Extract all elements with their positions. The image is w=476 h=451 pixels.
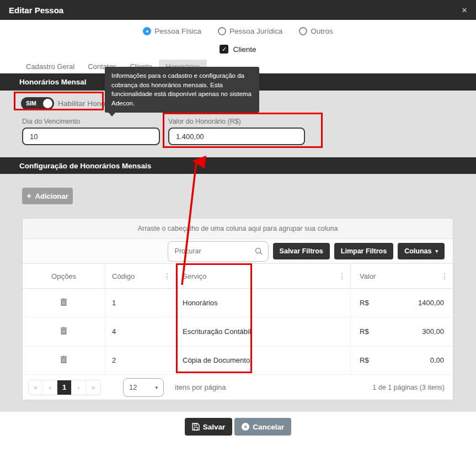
cancel-button-label: Cancelar <box>253 423 284 431</box>
row-options-cell <box>23 317 105 346</box>
delete-icon[interactable] <box>59 326 68 338</box>
section-header-configuracao: Configuração de Honorários Mensais <box>0 157 476 174</box>
currency-label: R$ <box>360 327 369 336</box>
page-1-button[interactable]: 1 <box>57 380 72 395</box>
page-size-dropdown[interactable]: 12 ▾ <box>123 378 164 397</box>
row-value-cell: R$ 1400,00 <box>351 289 453 317</box>
search-wrap <box>168 241 269 262</box>
prev-page-button[interactable]: ‹ <box>43 380 57 395</box>
row-service-cell: Escrituração Contábil <box>176 317 351 346</box>
table-row: 4 Escrituração Contábil R$ 300,00 <box>23 317 453 346</box>
value-amount: 1400,00 <box>418 299 444 307</box>
tooltip-caret <box>108 112 116 116</box>
pagination-nav: « ‹ 1 › » <box>28 380 101 395</box>
floppy-disk-icon <box>192 423 200 431</box>
modal-title: Editar Pessoa <box>9 6 63 15</box>
column-header-codigo[interactable]: Código ⋮ <box>105 264 176 288</box>
radio-pessoa-juridica[interactable]: Pessoa Jurídica <box>218 27 282 35</box>
add-button[interactable]: + Adicionar <box>22 188 73 204</box>
column-label: Opções <box>51 272 76 280</box>
row-options-cell <box>23 289 105 317</box>
cancel-button[interactable]: × Cancelar <box>234 418 291 436</box>
tab-cadastro-geral[interactable]: Cadastro Geral <box>19 60 81 73</box>
radio-label: Pessoa Física <box>154 27 201 35</box>
radio-unselected-icon <box>218 27 226 35</box>
toggle-state-label: SIM <box>26 100 36 107</box>
column-label: Valor <box>360 272 376 280</box>
clear-filters-button[interactable]: Limpar Filtros <box>334 243 393 259</box>
code-value: 4 <box>112 327 116 336</box>
page-size-value: 12 <box>129 383 137 391</box>
service-value: Honorários <box>183 299 218 307</box>
next-page-button[interactable]: › <box>72 380 86 395</box>
value-amount: 0,00 <box>430 356 444 364</box>
delete-icon[interactable] <box>59 354 68 367</box>
code-value: 2 <box>112 356 116 364</box>
person-type-radio-group: Pessoa Física Pessoa Jurídica Outros <box>0 27 476 35</box>
fees-table: Arraste o cabeçalho de uma coluna aqui p… <box>22 218 453 400</box>
checkbox-checked-icon[interactable]: ✓ <box>220 45 228 54</box>
service-value: Escrituração Contábil <box>183 327 251 336</box>
code-value: 1 <box>112 299 116 307</box>
fee-fields-row: Dia do Vencimento Valor do Honorário (R$… <box>22 118 476 145</box>
due-day-field: Dia do Vencimento <box>22 118 160 145</box>
honorarios-panel: Honorários Mensal SIM Habilitar Honorári… <box>0 73 476 412</box>
radio-label: Outros <box>311 27 333 35</box>
column-label: Serviço <box>183 272 206 280</box>
row-service-cell: Honorários <box>176 289 351 317</box>
plus-icon: + <box>26 192 31 200</box>
column-header-servico[interactable]: Serviço ⋮ <box>176 264 351 288</box>
tooltip: Informações para o cadastro e configuraç… <box>105 67 259 113</box>
column-menu-icon[interactable]: ⋮ <box>441 272 448 280</box>
service-value: Cópia de Documento <box>183 356 250 364</box>
cancel-circle-icon: × <box>242 423 249 431</box>
column-menu-icon[interactable]: ⋮ <box>338 272 346 280</box>
due-day-label: Dia do Vencimento <box>22 118 160 125</box>
checkbox-label: Cliente <box>233 45 256 54</box>
edit-person-modal: Editar Pessoa × Pessoa Física Pessoa Jur… <box>0 0 476 451</box>
fee-value-field: Valor do Honorário (R$) <box>168 118 305 145</box>
tooltip-text: Informações para o cadastro e configuraç… <box>111 72 252 107</box>
honorarios-toggle[interactable]: SIM <box>21 97 54 110</box>
table-row: 1 Honorários R$ 1400,00 <box>23 289 453 317</box>
column-menu-icon[interactable]: ⋮ <box>163 272 171 280</box>
row-code-cell: 2 <box>105 346 176 374</box>
radio-outros[interactable]: Outros <box>299 27 333 35</box>
fee-value-input[interactable] <box>168 128 305 145</box>
value-amount: 300,00 <box>422 327 444 336</box>
chevron-down-icon: ▾ <box>155 385 158 390</box>
currency-label: R$ <box>360 356 369 364</box>
radio-pessoa-fisica[interactable]: Pessoa Física <box>143 27 201 35</box>
section-title: Honorários Mensal <box>19 78 87 86</box>
add-button-label: Adicionar <box>35 192 68 200</box>
radio-selected-icon <box>143 27 151 35</box>
search-icon <box>254 247 263 258</box>
row-value-cell: R$ 0,00 <box>351 346 453 374</box>
last-page-button[interactable]: » <box>86 380 100 395</box>
currency-label: R$ <box>360 299 369 307</box>
cliente-checkbox-row: ✓ Cliente <box>0 45 476 54</box>
column-header-valor[interactable]: Valor ⋮ <box>351 264 453 288</box>
close-icon[interactable]: × <box>462 6 467 15</box>
fee-value-label: Valor do Honorário (R$) <box>168 118 305 125</box>
group-by-dropzone[interactable]: Arraste o cabeçalho de uma coluna aqui p… <box>23 219 453 239</box>
column-label: Código <box>112 272 135 280</box>
chevron-down-icon: ▾ <box>435 248 438 254</box>
radio-unselected-icon <box>299 27 307 35</box>
group-hint-text: Arraste o cabeçalho de uma coluna aqui p… <box>138 225 338 232</box>
row-code-cell: 1 <box>105 289 176 317</box>
table-header-row: Opções Código ⋮ Serviço ⋮ Valor ⋮ <box>23 264 453 289</box>
save-button[interactable]: Salvar <box>185 418 233 436</box>
first-page-button[interactable]: « <box>29 380 43 395</box>
row-code-cell: 4 <box>105 317 176 346</box>
table-row: 2 Cópia de Documento R$ 0,00 <box>23 346 453 375</box>
delete-icon[interactable] <box>59 297 68 309</box>
search-input[interactable] <box>168 241 269 262</box>
pagination: « ‹ 1 › » 12 ▾ itens por página 1 de 1 p… <box>23 375 453 400</box>
save-filters-button[interactable]: Salvar Filtros <box>273 243 330 259</box>
due-day-input[interactable] <box>22 128 160 145</box>
radio-label: Pessoa Jurídica <box>229 27 282 35</box>
columns-button[interactable]: Colunas ▾ <box>398 243 445 259</box>
row-options-cell <box>23 346 105 374</box>
column-header-opcoes: Opções <box>23 264 105 288</box>
